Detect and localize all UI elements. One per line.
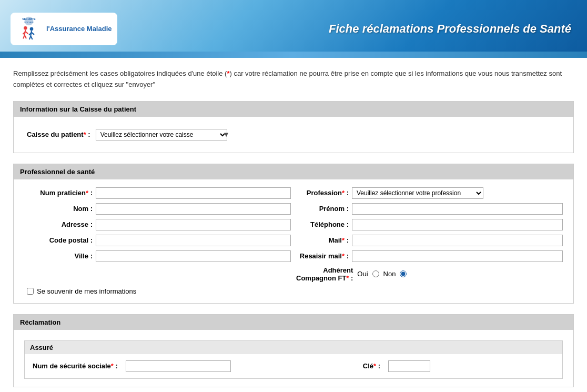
prenom-input[interactable]	[352, 203, 563, 215]
prenom-field: Prénom :	[296, 203, 563, 215]
nom-field: Nom :	[24, 203, 291, 215]
mail-label: Mail* :	[296, 236, 349, 244]
svg-text:SECURITE: SECURITE	[22, 17, 36, 21]
adresse-label: Adresse :	[24, 220, 93, 228]
num-praticien-label: Num praticien* :	[24, 189, 93, 197]
assure-body: Num de sécurité sociale* : Clé* :	[25, 354, 562, 378]
adherent-oui-radio[interactable]	[372, 270, 379, 277]
cle-input[interactable]	[388, 360, 430, 372]
adherent-compagnon-label: Adhérent Compagnon FT* :	[296, 266, 353, 282]
caisse-label: Caisse du patient* :	[27, 130, 90, 138]
code-postal-input[interactable]	[96, 235, 291, 246]
profession-select[interactable]: Veuillez sélectionner votre profession	[352, 187, 483, 199]
adherent-non-radio[interactable]	[400, 270, 407, 277]
souvenir-label: Se souvenir de mes informations	[37, 287, 136, 295]
header-title: Fiche réclamations Professionnels de San…	[329, 22, 571, 36]
caisse-section: Information sur la Caisse du patient Cai…	[13, 101, 574, 153]
prenom-label: Prénom :	[296, 205, 349, 213]
nom-label: Nom :	[24, 205, 93, 213]
svg-line-12	[32, 33, 34, 35]
header-wave	[0, 52, 587, 58]
intro-text: Remplissez précisément les cases obligat…	[13, 68, 574, 91]
oui-label: Oui	[357, 270, 368, 278]
nom-input[interactable]	[96, 203, 291, 215]
ville-field: Ville :	[24, 250, 291, 262]
svg-line-8	[25, 35, 26, 39]
assure-row: Num de sécurité sociale* : Clé* :	[33, 360, 554, 372]
svg-text:SOCIALE: SOCIALE	[24, 21, 34, 24]
logo-icon: SECURITE SOCIALE	[16, 16, 42, 42]
reclamation-section-header: Réclamation	[14, 315, 573, 330]
caisse-select[interactable]: Veuillez sélectionner votre caisse	[96, 129, 227, 140]
svg-point-3	[24, 26, 27, 30]
professionnel-section-body: Num praticien* : Profession* : Veuillez …	[14, 179, 573, 303]
adherent-field: Adhérent Compagnon FT* : Oui Non	[296, 266, 563, 282]
reclamation-section-body: Assuré Num de sécurité sociale* : Clé* :	[14, 330, 573, 387]
resaisir-mail-input[interactable]	[352, 250, 563, 262]
cle-label: Clé* :	[363, 362, 380, 370]
professionnel-section-header: Professionnel de santé	[14, 164, 573, 179]
adresse-input[interactable]	[96, 219, 291, 230]
num-secu-label: Num de sécurité sociale* :	[33, 362, 118, 370]
num-praticien-field: Num praticien* :	[24, 187, 291, 199]
mail-field: Mail* :	[296, 235, 563, 246]
reclamation-section: Réclamation Assuré Num de sécurité socia…	[13, 314, 574, 387]
num-praticien-input[interactable]	[96, 187, 291, 199]
logo-container: SECURITE SOCIALE l'Assurance Maladie	[11, 13, 117, 45]
assure-subsection: Assuré Num de sécurité sociale* : Clé* :	[24, 340, 563, 379]
telephone-label: Téléphone :	[296, 220, 349, 228]
professionnel-section: Professionnel de santé Num praticien* : …	[13, 164, 574, 304]
assure-header: Assuré	[25, 341, 562, 354]
adresse-field: Adresse :	[24, 219, 291, 230]
caisse-section-header: Information sur la Caisse du patient	[14, 102, 573, 117]
ville-label: Ville :	[24, 252, 93, 260]
logo-text: l'Assurance Maladie	[46, 25, 112, 34]
code-postal-label: Code postal :	[24, 236, 93, 244]
non-label: Non	[383, 270, 396, 278]
resaisir-mail-field: Resaisir mail* :	[296, 250, 563, 262]
header: SECURITE SOCIALE l'Assurance Maladie Fic…	[0, 0, 587, 58]
main-content: Remplissez précisément les cases obligat…	[0, 58, 587, 392]
ville-input[interactable]	[96, 250, 291, 262]
resaisir-mail-label: Resaisir mail* :	[296, 252, 349, 260]
profession-field: Profession* : Veuillez sélectionner votr…	[296, 187, 563, 199]
caisse-row: Caisse du patient* : Veuillez sélectionn…	[24, 125, 563, 145]
telephone-input[interactable]	[352, 219, 563, 230]
telephone-field: Téléphone :	[296, 219, 563, 230]
svg-line-6	[25, 32, 28, 34]
svg-point-9	[30, 27, 34, 31]
profession-label: Profession* :	[296, 189, 349, 197]
mail-input[interactable]	[352, 235, 563, 246]
svg-line-14	[31, 36, 32, 39]
souvenir-checkbox[interactable]	[27, 288, 34, 295]
code-postal-field: Code postal :	[24, 235, 291, 246]
num-secu-input[interactable]	[126, 360, 231, 372]
souvenir-row: Se souvenir de mes informations	[27, 287, 563, 295]
adherent-radio-group: Oui Non	[357, 270, 407, 278]
caisse-section-body: Caisse du patient* : Veuillez sélectionn…	[14, 117, 573, 153]
